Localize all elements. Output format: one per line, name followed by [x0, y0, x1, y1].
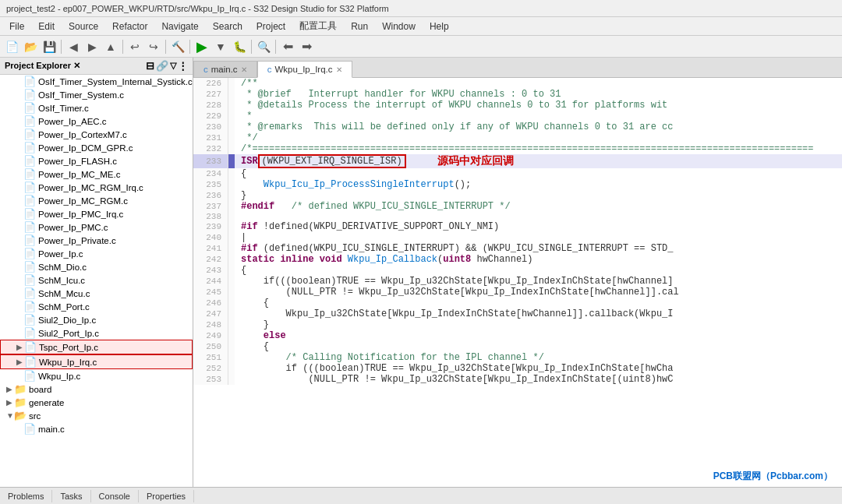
- debug-btn[interactable]: 🐛: [231, 38, 248, 55]
- code-line-245: 245 (NULL_PTR != Wkpu_Ip_u32ChState[Wkpu…: [193, 287, 842, 298]
- run-config-btn[interactable]: ▼: [212, 38, 229, 55]
- pe-link-btn[interactable]: 🔗: [156, 60, 168, 72]
- build-btn[interactable]: 🔨: [169, 38, 186, 55]
- bottom-tab-console[interactable]: Console: [91, 490, 139, 502]
- tree-item-schm-mcu[interactable]: 📄 SchM_Mcu.c: [0, 287, 193, 300]
- tree-item-schm-icu[interactable]: 📄 SchM_Icu.c: [0, 273, 193, 287]
- tree-item-wkpu-ip[interactable]: 📄 Wkpu_Ip.c: [0, 369, 193, 382]
- code-line-251: 251 /* Calling Notification for the IPL …: [193, 352, 842, 363]
- sep3: [165, 40, 166, 54]
- bottom-tab-problems[interactable]: Problems: [0, 490, 52, 502]
- code-editor[interactable]: 226 /** 227 * @brief Interrupt handler f…: [193, 78, 842, 487]
- tab-main-c-close[interactable]: ✕: [241, 65, 247, 74]
- tree-item-osif-timer[interactable]: 📄 OsIf_Timer.c: [0, 101, 193, 115]
- file-icon: 📄: [23, 370, 36, 382]
- back-btn[interactable]: ◀: [65, 38, 82, 55]
- forward-btn[interactable]: ▶: [83, 38, 101, 55]
- tree-item-power-dcm-gpr[interactable]: 📄 Power_Ip_DCM_GPR.c: [0, 141, 193, 154]
- menu-navigate[interactable]: Navigate: [155, 19, 204, 33]
- up-btn[interactable]: ▲: [102, 38, 119, 55]
- file-icon: 📄: [23, 327, 36, 339]
- tab-bar: c main.c ✕ c Wkpu_Ip_Irq.c ✕: [193, 58, 842, 78]
- file-icon: 📄: [23, 314, 36, 326]
- cn-annotation: 源码中对应回调: [437, 154, 514, 168]
- pe-menu-btn[interactable]: ⋮: [178, 60, 188, 72]
- tree-item-siul2-port[interactable]: 📄 Siul2_Port_Ip.c: [0, 326, 193, 340]
- tree-item-power-rgm[interactable]: 📄 Power_Ip_MC_RGM.c: [0, 194, 193, 207]
- file-icon: 📄: [24, 341, 37, 353]
- code-line-246: 246 {: [193, 298, 842, 308]
- pe-collapse-all-btn[interactable]: ⊟: [146, 60, 154, 72]
- file-icon: 📄: [23, 142, 36, 153]
- tree-item-wkpu-irq[interactable]: ▶ 📄 Wkpu_Ip_Irq.c: [0, 354, 193, 369]
- run-btn[interactable]: ▶: [193, 38, 210, 55]
- tab-wkpu-close[interactable]: ✕: [336, 65, 342, 74]
- bottom-tab-tasks[interactable]: Tasks: [52, 490, 90, 502]
- tree-item-osif-timer-sys[interactable]: 📄 OsIf_Timer_System.c: [0, 88, 193, 101]
- redo-btn[interactable]: ↪: [145, 38, 162, 55]
- save-btn[interactable]: 💾: [41, 38, 58, 55]
- code-lines: 226 /** 227 * @brief Interrupt handler f…: [193, 78, 842, 385]
- file-icon: 📄: [23, 234, 36, 246]
- file-icon: 📄: [23, 182, 36, 193]
- tab-main-c[interactable]: c main.c ✕: [193, 61, 257, 77]
- tree-item-schm-port[interactable]: 📄 SchM_Port.c: [0, 300, 193, 313]
- menu-search[interactable]: Search: [207, 19, 249, 33]
- code-line-250: 250 {: [193, 341, 842, 352]
- code-line-234: 234 {: [193, 168, 842, 179]
- code-line-249: 249 else: [193, 330, 842, 341]
- tab-wkpu-irq[interactable]: c Wkpu_Ip_Irq.c ✕: [257, 61, 352, 78]
- code-line-239: 239 #if !defined(WKPU_DERIVATIVE_SUPPORT…: [193, 221, 842, 232]
- file-icon: 📄: [23, 208, 36, 220]
- menu-help[interactable]: Help: [423, 19, 455, 33]
- file-icon: 📄: [23, 168, 36, 180]
- tree-item-tspc-port[interactable]: ▶ 📄 Tspc_Port_Ip.c: [0, 340, 193, 354]
- menu-run[interactable]: Run: [345, 19, 374, 33]
- menu-config-tool[interactable]: 配置工具: [293, 18, 343, 34]
- sep5: [251, 40, 252, 54]
- open-btn[interactable]: 📂: [22, 38, 39, 55]
- pe-tree: 📄 OsIf_Timer_System_Internal_Systick.c 📄…: [0, 75, 193, 487]
- tree-item-main-c[interactable]: 📄 main.c: [0, 422, 193, 435]
- tree-item-power-aec[interactable]: 📄 Power_Ip_AEC.c: [0, 115, 193, 128]
- bottom-tab-properties[interactable]: Properties: [139, 490, 194, 502]
- search-btn[interactable]: 🔍: [255, 38, 272, 55]
- tab-wkpu-icon: c: [267, 65, 272, 74]
- tree-item-power-pmc[interactable]: 📄 Power_Ip_PMC.c: [0, 220, 193, 234]
- tree-folder-board[interactable]: ▶ 📁 board: [0, 382, 193, 396]
- tree-item-schm-dio[interactable]: 📄 SchM_Dio.c: [0, 260, 193, 273]
- next-nav-btn[interactable]: ➡: [298, 38, 315, 55]
- isr-highlight-box: (WKPU_EXT_IRQ_SINGLE_ISR): [258, 154, 406, 168]
- menu-refactor[interactable]: Refactor: [106, 19, 154, 33]
- code-line-232: 232 /*==================================…: [193, 143, 842, 154]
- watermark: PCB联盟网（Pcbbar.com）: [710, 469, 836, 484]
- file-icon: 📄: [23, 301, 36, 312]
- tree-item-power-mc-me[interactable]: 📄 Power_Ip_MC_ME.c: [0, 167, 193, 181]
- title-bar: project_test2 - ep007_POWER_WKPU/RTD/src…: [0, 0, 842, 17]
- menu-window[interactable]: Window: [376, 19, 422, 33]
- tree-item-power-pmc-irq[interactable]: 📄 Power_Ip_PMC_Irq.c: [0, 207, 193, 220]
- menu-edit[interactable]: Edit: [32, 19, 61, 33]
- code-line-241: 241 #if (defined(WKPU_ICU_SINGLE_INTERRU…: [193, 243, 842, 254]
- undo-btn[interactable]: ↩: [126, 38, 143, 55]
- tree-item-power-rgm-irq[interactable]: 📄 Power_Ip_MC_RGM_Irq.c: [0, 181, 193, 194]
- menu-source[interactable]: Source: [62, 19, 104, 33]
- main-layout: Project Explorer ✕ ⊟ 🔗 ▽ ⋮ 📄 OsIf_Timer_…: [0, 58, 842, 487]
- new-file-btn[interactable]: 📄: [3, 38, 20, 55]
- tree-item-siul2-dio[interactable]: 📄 Siul2_Dio_Ip.c: [0, 313, 193, 326]
- code-line-230: 230 * @remarks This will be defined only…: [193, 122, 842, 132]
- tree-item-power-private[interactable]: 📄 Power_Ip_Private.c: [0, 234, 193, 247]
- file-icon: 📄: [23, 274, 36, 286]
- prev-nav-btn[interactable]: ⬅: [279, 38, 296, 55]
- code-line-253: 253 (NULL_PTR != Wkpu_Ip_u32ChState[Wkpu…: [193, 374, 842, 385]
- tree-item-osif-timer-sys-int[interactable]: 📄 OsIf_Timer_System_Internal_Systick.c: [0, 75, 193, 88]
- menu-file[interactable]: File: [3, 19, 30, 33]
- code-line-244: 244 if(((boolean)TRUE == Wkpu_Ip_u32ChSt…: [193, 276, 842, 287]
- tree-item-power-cortex[interactable]: 📄 Power_Ip_CortexM7.c: [0, 128, 193, 141]
- menu-project[interactable]: Project: [250, 19, 292, 33]
- tree-item-power-flash[interactable]: 📄 Power_Ip_FLASH.c: [0, 154, 193, 167]
- tree-folder-generate[interactable]: ▶ 📁 generate: [0, 396, 193, 409]
- pe-filter-btn[interactable]: ▽: [170, 61, 176, 71]
- tree-item-power-ip[interactable]: 📄 Power_Ip.c: [0, 247, 193, 260]
- tree-folder-src[interactable]: ▼ 📂 src: [0, 409, 193, 422]
